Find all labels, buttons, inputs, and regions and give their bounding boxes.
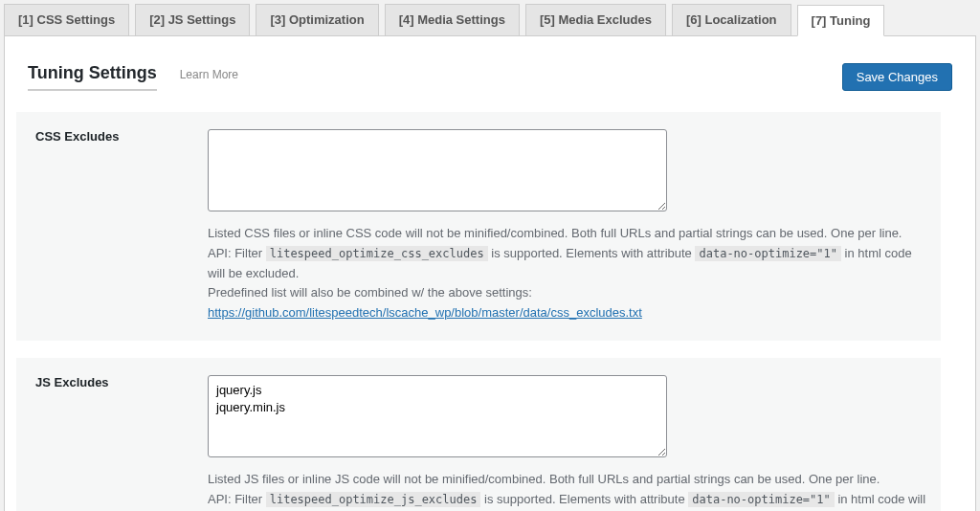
label-js-excludes: JS Excludes [35,375,208,511]
link-css-predef[interactable]: https://github.com/litespeedtech/lscache… [208,305,642,320]
code-js-filter: litespeed_optimize_js_excludes [266,492,481,507]
panel-tuning: Tuning Settings Learn More Save Changes … [4,35,976,511]
label-css-excludes: CSS Excludes [35,129,208,323]
tab-media-excludes[interactable]: [5] Media Excludes [525,4,666,35]
row-js-excludes: JS Excludes Listed JS files or inline JS… [16,358,941,511]
textarea-css-excludes[interactable] [208,129,667,211]
tab-localization[interactable]: [6] Localization [672,4,791,35]
tab-tuning[interactable]: [7] Tuning [797,5,885,36]
tab-js-settings[interactable]: [2] JS Settings [135,4,250,35]
page-title: Tuning Settings [28,63,157,91]
desc-css-excludes: Listed CSS files or inline CSS code will… [208,224,927,323]
tab-css-settings[interactable]: [1] CSS Settings [4,4,129,35]
header-row: Tuning Settings Learn More Save Changes [5,56,975,95]
learn-more-link[interactable]: Learn More [180,68,238,81]
tab-media-settings[interactable]: [4] Media Settings [385,4,520,35]
code-css-attr: data-no-optimize="1" [695,246,841,261]
desc-js-excludes: Listed JS files or inline JS code will n… [208,470,927,511]
tab-bar: [1] CSS Settings [2] JS Settings [3] Opt… [4,4,976,35]
tab-optimization[interactable]: [3] Optimization [256,4,378,35]
code-css-filter: litespeed_optimize_css_excludes [266,246,488,261]
code-js-attr: data-no-optimize="1" [688,492,835,507]
textarea-js-excludes[interactable] [208,375,667,457]
save-changes-button[interactable]: Save Changes [842,63,952,91]
row-css-excludes: CSS Excludes Listed CSS files or inline … [16,112,941,341]
